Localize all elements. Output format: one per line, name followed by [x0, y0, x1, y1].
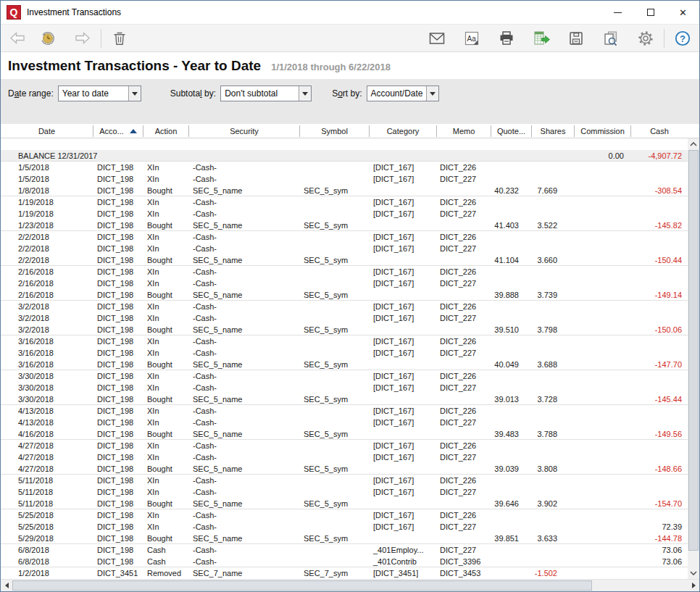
cell-symbol — [300, 556, 370, 567]
date-range-dropdown-button[interactable] — [128, 86, 141, 101]
table-row[interactable]: 5/11/2018DICT_198BoughtSEC_5_nameSEC_5_s… — [1, 498, 688, 509]
table-row[interactable]: 1/5/2018DICT_198XIn-Cash-[DICT_167]DICT_… — [1, 173, 688, 185]
subtotal-by-select[interactable]: Don't subtotal — [220, 86, 312, 101]
maximize-button[interactable] — [634, 1, 667, 23]
table-row[interactable]: 2/16/2018DICT_198XIn-Cash-[DICT_167]DICT… — [1, 266, 688, 278]
column-header-quote[interactable]: Quote... — [491, 125, 532, 137]
settings-button[interactable] — [633, 27, 658, 50]
table-row[interactable]: 4/27/2018DICT_198XIn-Cash-[DICT_167]DICT… — [1, 440, 688, 451]
table-row[interactable]: 5/11/2018DICT_198XIn-Cash-[DICT_167]DICT… — [1, 475, 688, 486]
horizontal-scroll-track[interactable] — [12, 580, 688, 591]
table-row[interactable]: 6/8/2018DICT_198Cash-Cash-_401Employ...D… — [1, 544, 688, 556]
minimize-button[interactable] — [601, 1, 634, 23]
cell-acco: DICT_198 — [93, 359, 143, 370]
history-button[interactable] — [36, 27, 60, 50]
column-header-action[interactable]: Action — [143, 125, 189, 137]
cell-security: SEC_5_name — [189, 393, 300, 404]
table-row[interactable]: 5/25/2018DICT_198XIn-Cash-[DICT_167]DICT… — [1, 509, 688, 521]
vertical-scroll-track[interactable] — [688, 150, 699, 567]
subtotal-by-dropdown-button[interactable] — [299, 86, 311, 101]
subtotal-by-value: Don't subtotal — [221, 88, 299, 99]
cell-action: Bought — [143, 533, 189, 543]
sort-ascending-icon — [130, 129, 137, 133]
cell-cash — [631, 405, 688, 417]
sort-by-dropdown-button[interactable] — [426, 86, 438, 101]
table-row[interactable]: 1/19/2018DICT_198XIn-Cash-[DICT_167]DICT… — [1, 208, 688, 220]
column-header-date[interactable]: Date — [1, 125, 93, 137]
table-row[interactable]: 1/8/2018DICT_198BoughtSEC_5_nameSEC_5_sy… — [1, 185, 688, 196]
save-button[interactable] — [564, 27, 588, 50]
table-row[interactable]: 6/8/2018DICT_198Cash-Cash-_401ContribDIC… — [1, 556, 688, 567]
table-row[interactable]: 3/16/2018DICT_198XIn-Cash-[DICT_167]DICT… — [1, 347, 688, 359]
cell-commission — [575, 451, 631, 463]
export-button[interactable] — [529, 27, 554, 50]
vertical-scrollbar[interactable] — [688, 138, 699, 579]
column-header-cash[interactable]: Cash — [631, 125, 688, 137]
scroll-down-button[interactable] — [688, 567, 699, 579]
scroll-left-button[interactable] — [1, 580, 12, 592]
chevron-down-icon — [132, 92, 138, 96]
balance-row[interactable]: BALANCE 12/31/20170.00-4,907.72 — [1, 150, 688, 162]
cell-security: -Cash- — [189, 312, 300, 324]
close-button[interactable]: ✕ — [667, 1, 699, 23]
cell-shares: 3.902 — [532, 498, 575, 509]
table-row[interactable]: 2/2/2018DICT_198XIn-Cash-[DICT_167]DICT_… — [1, 243, 688, 254]
table-row[interactable]: 2/16/2018DICT_198XIn-Cash-[DICT_167]DICT… — [1, 278, 688, 289]
column-header-label: Date — [38, 127, 55, 136]
table-row[interactable]: 2/2/2018DICT_198BoughtSEC_5_nameSEC_5_sy… — [1, 254, 688, 266]
scroll-up-button[interactable] — [688, 138, 699, 150]
table-row[interactable]: 1/19/2018DICT_198XIn-Cash-[DICT_167]DICT… — [1, 196, 688, 208]
table-row[interactable]: 3/30/2018DICT_198XIn-Cash-[DICT_167]DICT… — [1, 370, 688, 382]
find-button[interactable] — [599, 27, 623, 50]
table-row[interactable]: 3/2/2018DICT_198BoughtSEC_5_nameSEC_5_sy… — [1, 324, 688, 335]
date-range-select[interactable]: Year to date — [58, 86, 141, 101]
cell-memo: DICT_226 — [437, 162, 491, 173]
column-header-category[interactable]: Category — [370, 125, 437, 137]
table-row[interactable]: 3/16/2018DICT_198BoughtSEC_5_nameSEC_5_s… — [1, 359, 688, 370]
cell-commission — [575, 220, 631, 230]
column-header-security[interactable]: Security — [189, 125, 300, 137]
help-button[interactable]: ? — [670, 27, 695, 50]
horizontal-scroll-thumb[interactable] — [12, 580, 592, 591]
table-row[interactable]: 4/13/2018DICT_198XIn-Cash-[DICT_167]DICT… — [1, 405, 688, 417]
table-row[interactable]: 1/23/2018DICT_198BoughtSEC_5_nameSEC_5_s… — [1, 220, 688, 231]
vertical-scroll-thumb[interactable] — [688, 150, 699, 551]
column-header-commission[interactable]: Commission — [575, 125, 631, 137]
sort-by-select[interactable]: Account/Date — [367, 86, 439, 101]
table-row[interactable]: 2/2/2018DICT_198XIn-Cash-[DICT_167]DICT_… — [1, 231, 688, 243]
delete-button[interactable] — [107, 27, 132, 50]
column-header-symbol[interactable]: Symbol — [300, 125, 370, 137]
column-header-acco[interactable]: Acco... — [93, 125, 143, 137]
table-row[interactable]: 3/30/2018DICT_198BoughtSEC_5_nameSEC_5_s… — [1, 393, 688, 405]
table-row[interactable]: 4/27/2018DICT_198BoughtSEC_5_nameSEC_5_s… — [1, 463, 688, 475]
date-range-value: Year to date — [59, 88, 128, 99]
table-row[interactable]: 3/2/2018DICT_198XIn-Cash-[DICT_167]DICT_… — [1, 301, 688, 312]
table-row[interactable]: 3/30/2018DICT_198XIn-Cash-[DICT_167]DICT… — [1, 382, 688, 393]
table-row[interactable]: 3/2/2018DICT_198XIn-Cash-[DICT_167]DICT_… — [1, 312, 688, 324]
scroll-right-button[interactable] — [688, 580, 699, 592]
print-button[interactable] — [494, 27, 519, 50]
forward-button[interactable] — [70, 27, 95, 50]
table-row[interactable]: 4/27/2018DICT_198XIn-Cash-[DICT_167]DICT… — [1, 451, 688, 463]
table-row[interactable]: 2/16/2018DICT_198BoughtSEC_5_nameSEC_5_s… — [1, 289, 688, 301]
cell-memo: DICT_226 — [437, 231, 491, 243]
column-header-shares[interactable]: Shares — [532, 125, 575, 137]
back-button[interactable] — [5, 27, 30, 50]
table-row[interactable]: 1/5/2018DICT_198XIn-Cash-[DICT_167]DICT_… — [1, 162, 688, 173]
table-row[interactable]: 1/2/2018DICT_3451RemovedSEC_7_nameSEC_7_… — [1, 567, 688, 579]
cell-cash: 73.06 — [631, 544, 688, 556]
column-header-memo[interactable]: Memo — [437, 125, 491, 137]
table-row[interactable]: 4/13/2018DICT_198XIn-Cash-[DICT_167]DICT… — [1, 417, 688, 428]
cell-category: [DICT_167] — [370, 312, 437, 324]
horizontal-scrollbar[interactable] — [1, 579, 699, 591]
font-button[interactable]: Aa — [459, 27, 484, 50]
table-row[interactable]: 5/29/2018DICT_198BoughtSEC_5_nameSEC_5_s… — [1, 533, 688, 544]
table-row[interactable]: 3/16/2018DICT_198XIn-Cash-[DICT_167]DICT… — [1, 335, 688, 347]
table-row[interactable]: 4/16/2018DICT_198BoughtSEC_5_nameSEC_5_s… — [1, 428, 688, 440]
email-button[interactable] — [425, 27, 449, 50]
cell-action: XIn — [143, 243, 189, 254]
cell-shares — [532, 382, 575, 393]
table-row[interactable]: 5/11/2018DICT_198XIn-Cash-[DICT_167]DICT… — [1, 486, 688, 498]
cell-date: 3/16/2018 — [1, 347, 93, 359]
table-row[interactable]: 5/25/2018DICT_198XIn-Cash-[DICT_167]DICT… — [1, 521, 688, 533]
